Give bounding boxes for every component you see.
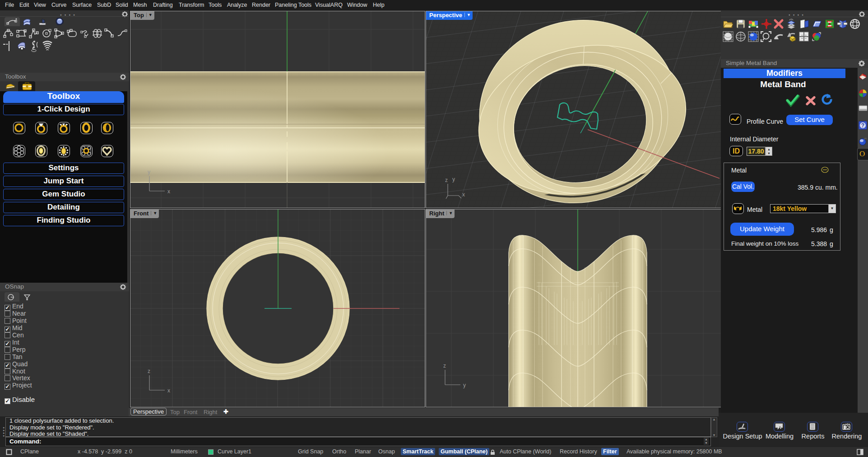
svg-text:y: y <box>148 169 150 175</box>
svg-text:y: y <box>463 382 466 388</box>
svg-text:?: ? <box>861 122 864 129</box>
svg-text:z: z <box>443 363 446 369</box>
svg-text:x: x <box>167 387 170 394</box>
svg-text:z: z <box>445 177 448 183</box>
svg-text:z: z <box>148 368 150 374</box>
svg-text:x: x <box>167 188 170 195</box>
svg-text:y: y <box>452 176 455 182</box>
svg-text:x: x <box>462 191 465 198</box>
